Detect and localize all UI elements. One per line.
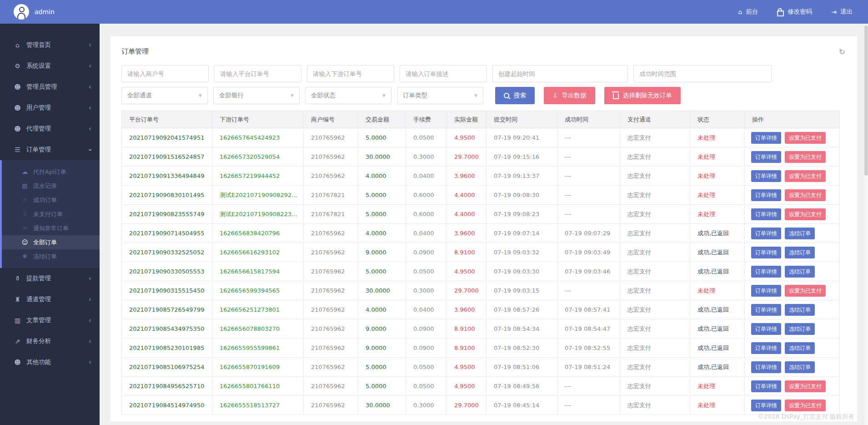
- sidebar-subitem-unpaid-orders[interactable]: ☟未支付订单: [2, 207, 100, 221]
- order-detail-button[interactable]: 订单详情: [751, 361, 781, 373]
- search-button-label: 搜索: [514, 91, 526, 100]
- sidebar-item-home[interactable]: ⌂管理首页‹: [0, 35, 100, 56]
- freeze-order-button[interactable]: 冻结订单: [785, 304, 815, 316]
- sidebar-item-channels[interactable]: ♜通道管理‹: [0, 289, 100, 310]
- chevron-left-icon: ‹: [89, 338, 91, 345]
- cell-downstream-order-no: 1626655870191609: [212, 358, 304, 377]
- sidebar-item-users[interactable]: ☻用户管理‹: [0, 97, 100, 118]
- cell-actions: 订单详情设置为已支付: [745, 186, 840, 205]
- orders-card: 订单管理 ↻ 全部通道▼全部银行▼全部状态▼订单类型▼ 搜索 ⇩ 导出数据 选择…: [110, 36, 857, 421]
- order-detail-button[interactable]: 订单详情: [751, 170, 781, 182]
- cell-downstream-order-no: 1626656251273801: [212, 300, 304, 319]
- set-paid-button[interactable]: 设置为已支付: [785, 380, 826, 392]
- sidebar-subitem-frozen-orders[interactable]: ❄冻结订单: [2, 249, 100, 263]
- order-detail-button[interactable]: 订单详情: [751, 151, 781, 163]
- list-alt-icon: ▤: [21, 182, 29, 189]
- set-paid-button[interactable]: 设置为已支付: [785, 400, 826, 411]
- sidebar-item-other[interactable]: ☻其他功能‹: [0, 352, 100, 373]
- sidebar-subitem-label: 全部订单: [33, 238, 57, 247]
- sidebar-subitem-flow-records[interactable]: ▤流水记录: [2, 179, 100, 193]
- downstream-order-no-input[interactable]: [307, 65, 394, 82]
- user-circle-icon: ☻: [14, 125, 21, 132]
- refresh-icon[interactable]: ↻: [839, 48, 845, 56]
- platform-order-no-input[interactable]: [214, 65, 301, 82]
- cell-trade-amount: 4.0000: [358, 167, 406, 186]
- order-detail-button[interactable]: 订单详情: [751, 323, 781, 335]
- order-detail-button[interactable]: 订单详情: [751, 132, 781, 144]
- order-detail-button[interactable]: 订单详情: [751, 208, 781, 220]
- column-header: 下游订单号: [212, 111, 304, 128]
- table-row: 2021071909133649484916266572199444522107…: [122, 167, 840, 186]
- bank-select[interactable]: 全部银行▼: [213, 87, 300, 104]
- freeze-order-button[interactable]: 冻结订单: [785, 247, 815, 258]
- cell-pay-channel: 志宏支付: [620, 339, 690, 358]
- cell-fee: 0.0400: [406, 224, 447, 243]
- freeze-order-button[interactable]: 冻结订单: [785, 228, 815, 239]
- sidebar-subitem-api-orders[interactable]: ☁代付Api订单: [2, 165, 100, 179]
- export-data-button[interactable]: ⇩ 导出数据: [544, 87, 595, 104]
- sign-out-icon: ⇥: [831, 8, 837, 15]
- sidebar-item-orders[interactable]: ☰订单管理‹: [0, 139, 100, 160]
- freeze-order-button[interactable]: 冻结订单: [785, 323, 815, 335]
- cell-submit-time: 07-19 08:49:56: [487, 377, 557, 396]
- set-paid-button[interactable]: 设置为已支付: [785, 170, 826, 182]
- sidebar-item-withdraw[interactable]: ⚱提款管理‹: [0, 268, 100, 289]
- order-detail-button[interactable]: 订单详情: [751, 247, 781, 258]
- freeze-order-button[interactable]: 冻结订单: [785, 266, 815, 278]
- topbar-link-password[interactable]: 修改密码: [777, 8, 812, 16]
- cell-success-time: ---: [557, 128, 620, 147]
- cell-submit-time: 07-19 09:08:23: [487, 205, 557, 224]
- caret-down-icon: ▼: [382, 93, 386, 98]
- create-time-input[interactable]: [492, 65, 628, 82]
- order-detail-button[interactable]: 订单详情: [751, 285, 781, 297]
- avatar[interactable]: [14, 4, 29, 20]
- topbar-link-front[interactable]: ⌂前台: [738, 8, 758, 16]
- sidebar-item-admins[interactable]: ☻管理员管理‹: [0, 76, 100, 97]
- cell-pay-channel: 志宏支付: [620, 167, 690, 186]
- table-row: 2021071908572654979916266562512738012107…: [122, 300, 840, 319]
- sidebar-subitem-notify-error-orders[interactable]: ☞通知异常订单: [2, 221, 100, 235]
- set-paid-button[interactable]: 设置为已支付: [785, 189, 826, 201]
- sidebar-item-articles[interactable]: ▥文章管理‹: [0, 310, 100, 331]
- cell-success-time: ---: [557, 186, 620, 205]
- set-paid-button[interactable]: 设置为已支付: [785, 132, 826, 144]
- order-type-select[interactable]: 订单类型▼: [397, 87, 483, 104]
- order-desc-input[interactable]: [400, 65, 487, 82]
- cell-actual-amount: 4.9500: [447, 128, 487, 147]
- order-detail-button[interactable]: 订单详情: [751, 189, 781, 201]
- freeze-order-button[interactable]: 冻结订单: [785, 342, 815, 354]
- order-detail-button[interactable]: 订单详情: [751, 400, 781, 411]
- sidebar-item-agents[interactable]: ☻代理管理‹: [0, 118, 100, 139]
- order-detail-button[interactable]: 订单详情: [751, 342, 781, 354]
- delete-invalid-orders-button[interactable]: 选择删除无效订单: [604, 87, 681, 104]
- cell-pay-channel: 志宏支付: [620, 205, 690, 224]
- order-detail-button[interactable]: 订单详情: [751, 380, 781, 392]
- sidebar-item-system[interactable]: ⚙系统设置‹: [0, 56, 100, 76]
- unlock-icon: [777, 10, 784, 16]
- cell-fee: 0.0900: [406, 243, 447, 262]
- sidebar-item-finance[interactable]: ⇗财务分析‹: [0, 331, 100, 352]
- channel-select[interactable]: 全部通道▼: [121, 87, 208, 104]
- success-time-input[interactable]: [633, 65, 772, 82]
- select-value: 全部银行: [219, 91, 244, 100]
- freeze-order-button[interactable]: 冻结订单: [785, 361, 815, 373]
- cell-merchant-id: 210765962: [304, 396, 358, 415]
- merchant-id-input[interactable]: [121, 65, 209, 82]
- set-paid-button[interactable]: 设置为已支付: [785, 285, 826, 297]
- cell-actions: 订单详情冻结订单: [745, 319, 840, 339]
- status-select[interactable]: 全部状态▼: [305, 87, 391, 104]
- sidebar-subitem-all-orders[interactable]: ☺全部订单: [2, 235, 100, 249]
- scrollbar-thumb[interactable]: [864, 25, 868, 176]
- sidebar-subitem-success-orders[interactable]: ☝成功订单: [2, 193, 100, 207]
- search-button[interactable]: 搜索: [495, 87, 535, 104]
- cell-actions: 订单详情设置为已支付: [745, 396, 840, 415]
- search-icon: [504, 93, 509, 98]
- topbar-link-logout[interactable]: ⇥退出: [831, 8, 853, 16]
- cell-downstream-order-no: 1626657219944452: [212, 167, 304, 186]
- set-paid-button[interactable]: 设置为已支付: [785, 151, 826, 163]
- order-detail-button[interactable]: 订单详情: [751, 266, 781, 278]
- set-paid-button[interactable]: 设置为已支付: [785, 208, 826, 220]
- order-detail-button[interactable]: 订单详情: [751, 304, 781, 316]
- order-detail-button[interactable]: 订单详情: [751, 228, 781, 239]
- cell-trade-amount: 30.0000: [358, 396, 406, 415]
